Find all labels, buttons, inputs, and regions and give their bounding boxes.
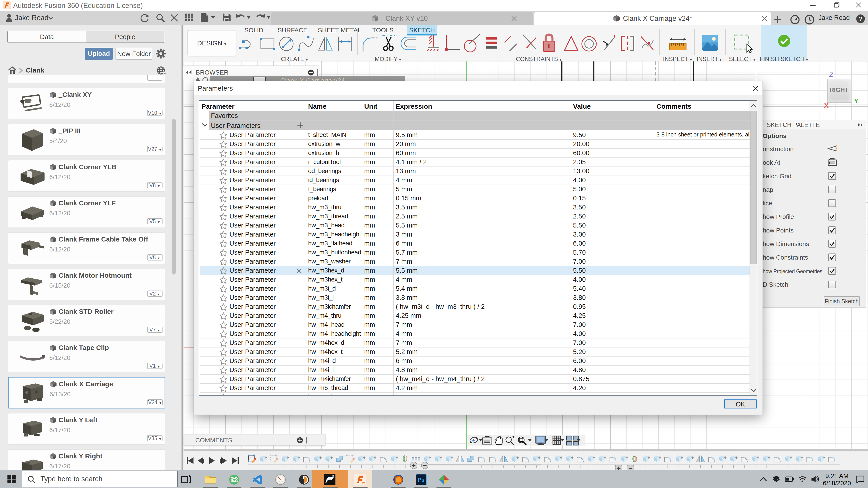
svg-text:?: ? bbox=[859, 15, 862, 22]
svg-text:360: 360 bbox=[362, 482, 366, 485]
svg-text:Ps: Ps bbox=[418, 477, 424, 483]
svg-text:6: 6 bbox=[332, 474, 334, 478]
